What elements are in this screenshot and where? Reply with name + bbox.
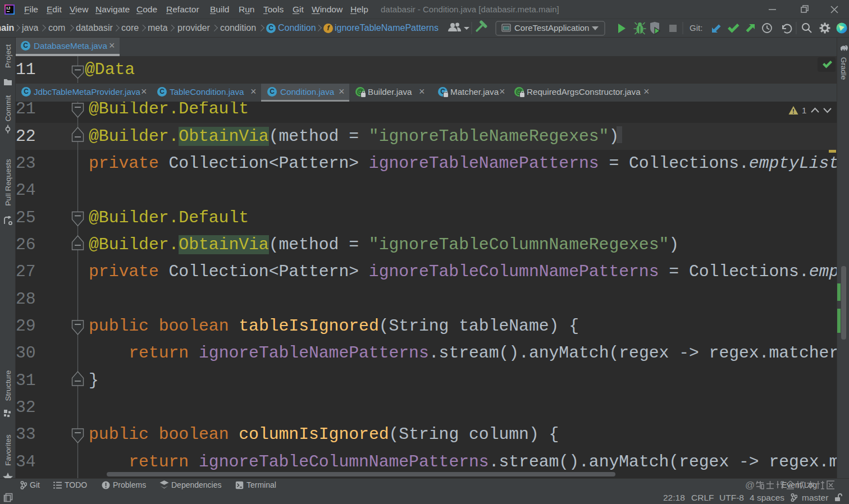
svg-text:1: 1 — [802, 106, 806, 115]
svg-text:@: @ — [745, 480, 755, 490]
